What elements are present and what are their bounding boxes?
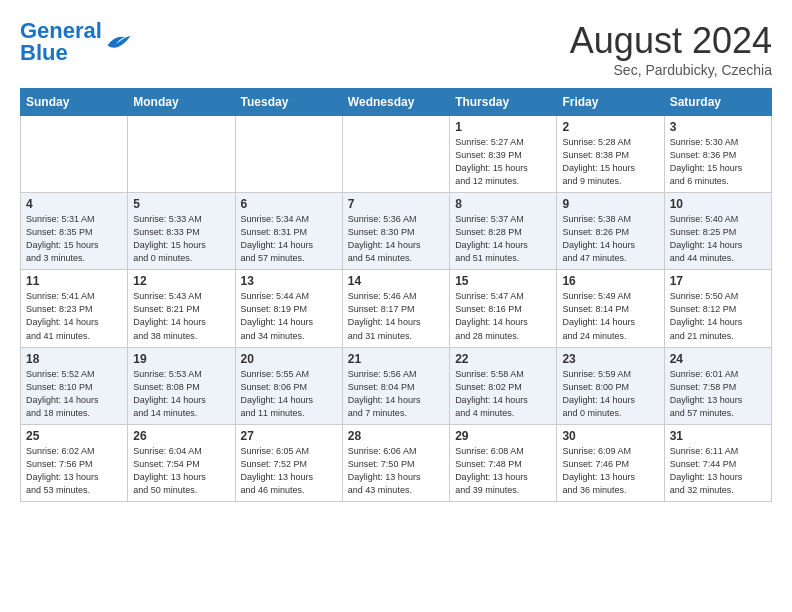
title-block: August 2024 Sec, Pardubicky, Czechia xyxy=(570,20,772,78)
day-number: 31 xyxy=(670,429,766,443)
day-info: Sunrise: 6:05 AM Sunset: 7:52 PM Dayligh… xyxy=(241,445,337,497)
calendar-week-row: 4Sunrise: 5:31 AM Sunset: 8:35 PM Daylig… xyxy=(21,193,772,270)
table-row: 19Sunrise: 5:53 AM Sunset: 8:08 PM Dayli… xyxy=(128,347,235,424)
day-info: Sunrise: 6:08 AM Sunset: 7:48 PM Dayligh… xyxy=(455,445,551,497)
day-info: Sunrise: 5:55 AM Sunset: 8:06 PM Dayligh… xyxy=(241,368,337,420)
table-row: 4Sunrise: 5:31 AM Sunset: 8:35 PM Daylig… xyxy=(21,193,128,270)
day-number: 1 xyxy=(455,120,551,134)
day-info: Sunrise: 5:43 AM Sunset: 8:21 PM Dayligh… xyxy=(133,290,229,342)
calendar-week-row: 11Sunrise: 5:41 AM Sunset: 8:23 PM Dayli… xyxy=(21,270,772,347)
day-number: 19 xyxy=(133,352,229,366)
table-row: 12Sunrise: 5:43 AM Sunset: 8:21 PM Dayli… xyxy=(128,270,235,347)
table-row: 21Sunrise: 5:56 AM Sunset: 8:04 PM Dayli… xyxy=(342,347,449,424)
day-number: 30 xyxy=(562,429,658,443)
col-sunday: Sunday xyxy=(21,89,128,116)
day-number: 15 xyxy=(455,274,551,288)
day-info: Sunrise: 6:01 AM Sunset: 7:58 PM Dayligh… xyxy=(670,368,766,420)
calendar-table: Sunday Monday Tuesday Wednesday Thursday… xyxy=(20,88,772,502)
table-row: 26Sunrise: 6:04 AM Sunset: 7:54 PM Dayli… xyxy=(128,424,235,501)
day-number: 14 xyxy=(348,274,444,288)
table-row: 17Sunrise: 5:50 AM Sunset: 8:12 PM Dayli… xyxy=(664,270,771,347)
day-number: 6 xyxy=(241,197,337,211)
day-info: Sunrise: 5:47 AM Sunset: 8:16 PM Dayligh… xyxy=(455,290,551,342)
calendar-week-row: 18Sunrise: 5:52 AM Sunset: 8:10 PM Dayli… xyxy=(21,347,772,424)
table-row: 1Sunrise: 5:27 AM Sunset: 8:39 PM Daylig… xyxy=(450,116,557,193)
day-number: 23 xyxy=(562,352,658,366)
day-info: Sunrise: 6:04 AM Sunset: 7:54 PM Dayligh… xyxy=(133,445,229,497)
day-info: Sunrise: 6:06 AM Sunset: 7:50 PM Dayligh… xyxy=(348,445,444,497)
day-info: Sunrise: 5:56 AM Sunset: 8:04 PM Dayligh… xyxy=(348,368,444,420)
day-info: Sunrise: 5:49 AM Sunset: 8:14 PM Dayligh… xyxy=(562,290,658,342)
table-row: 10Sunrise: 5:40 AM Sunset: 8:25 PM Dayli… xyxy=(664,193,771,270)
day-info: Sunrise: 6:02 AM Sunset: 7:56 PM Dayligh… xyxy=(26,445,122,497)
day-number: 26 xyxy=(133,429,229,443)
day-number: 20 xyxy=(241,352,337,366)
table-row xyxy=(342,116,449,193)
table-row: 14Sunrise: 5:46 AM Sunset: 8:17 PM Dayli… xyxy=(342,270,449,347)
day-info: Sunrise: 5:52 AM Sunset: 8:10 PM Dayligh… xyxy=(26,368,122,420)
table-row: 30Sunrise: 6:09 AM Sunset: 7:46 PM Dayli… xyxy=(557,424,664,501)
table-row: 20Sunrise: 5:55 AM Sunset: 8:06 PM Dayli… xyxy=(235,347,342,424)
table-row: 23Sunrise: 5:59 AM Sunset: 8:00 PM Dayli… xyxy=(557,347,664,424)
calendar-week-row: 25Sunrise: 6:02 AM Sunset: 7:56 PM Dayli… xyxy=(21,424,772,501)
col-monday: Monday xyxy=(128,89,235,116)
day-info: Sunrise: 5:28 AM Sunset: 8:38 PM Dayligh… xyxy=(562,136,658,188)
day-info: Sunrise: 5:30 AM Sunset: 8:36 PM Dayligh… xyxy=(670,136,766,188)
day-info: Sunrise: 5:58 AM Sunset: 8:02 PM Dayligh… xyxy=(455,368,551,420)
day-info: Sunrise: 6:11 AM Sunset: 7:44 PM Dayligh… xyxy=(670,445,766,497)
calendar-header-row: Sunday Monday Tuesday Wednesday Thursday… xyxy=(21,89,772,116)
day-number: 5 xyxy=(133,197,229,211)
day-number: 8 xyxy=(455,197,551,211)
table-row: 28Sunrise: 6:06 AM Sunset: 7:50 PM Dayli… xyxy=(342,424,449,501)
day-number: 3 xyxy=(670,120,766,134)
day-number: 17 xyxy=(670,274,766,288)
table-row: 11Sunrise: 5:41 AM Sunset: 8:23 PM Dayli… xyxy=(21,270,128,347)
table-row xyxy=(128,116,235,193)
table-row: 3Sunrise: 5:30 AM Sunset: 8:36 PM Daylig… xyxy=(664,116,771,193)
table-row xyxy=(235,116,342,193)
day-info: Sunrise: 5:53 AM Sunset: 8:08 PM Dayligh… xyxy=(133,368,229,420)
day-info: Sunrise: 5:34 AM Sunset: 8:31 PM Dayligh… xyxy=(241,213,337,265)
table-row: 24Sunrise: 6:01 AM Sunset: 7:58 PM Dayli… xyxy=(664,347,771,424)
day-info: Sunrise: 5:40 AM Sunset: 8:25 PM Dayligh… xyxy=(670,213,766,265)
page-subtitle: Sec, Pardubicky, Czechia xyxy=(570,62,772,78)
table-row: 31Sunrise: 6:11 AM Sunset: 7:44 PM Dayli… xyxy=(664,424,771,501)
day-number: 4 xyxy=(26,197,122,211)
col-friday: Friday xyxy=(557,89,664,116)
day-number: 24 xyxy=(670,352,766,366)
day-info: Sunrise: 5:41 AM Sunset: 8:23 PM Dayligh… xyxy=(26,290,122,342)
day-info: Sunrise: 5:36 AM Sunset: 8:30 PM Dayligh… xyxy=(348,213,444,265)
day-info: Sunrise: 5:31 AM Sunset: 8:35 PM Dayligh… xyxy=(26,213,122,265)
col-wednesday: Wednesday xyxy=(342,89,449,116)
day-info: Sunrise: 5:44 AM Sunset: 8:19 PM Dayligh… xyxy=(241,290,337,342)
logo: General Blue xyxy=(20,20,132,64)
day-number: 28 xyxy=(348,429,444,443)
day-number: 7 xyxy=(348,197,444,211)
table-row: 6Sunrise: 5:34 AM Sunset: 8:31 PM Daylig… xyxy=(235,193,342,270)
day-info: Sunrise: 5:59 AM Sunset: 8:00 PM Dayligh… xyxy=(562,368,658,420)
day-number: 10 xyxy=(670,197,766,211)
logo-bird-icon xyxy=(104,31,132,53)
day-number: 12 xyxy=(133,274,229,288)
table-row: 18Sunrise: 5:52 AM Sunset: 8:10 PM Dayli… xyxy=(21,347,128,424)
day-number: 2 xyxy=(562,120,658,134)
day-info: Sunrise: 5:37 AM Sunset: 8:28 PM Dayligh… xyxy=(455,213,551,265)
col-saturday: Saturday xyxy=(664,89,771,116)
table-row: 27Sunrise: 6:05 AM Sunset: 7:52 PM Dayli… xyxy=(235,424,342,501)
day-number: 18 xyxy=(26,352,122,366)
day-number: 9 xyxy=(562,197,658,211)
day-number: 13 xyxy=(241,274,337,288)
table-row: 29Sunrise: 6:08 AM Sunset: 7:48 PM Dayli… xyxy=(450,424,557,501)
day-number: 21 xyxy=(348,352,444,366)
table-row: 13Sunrise: 5:44 AM Sunset: 8:19 PM Dayli… xyxy=(235,270,342,347)
day-number: 16 xyxy=(562,274,658,288)
table-row: 5Sunrise: 5:33 AM Sunset: 8:33 PM Daylig… xyxy=(128,193,235,270)
header: General Blue August 2024 Sec, Pardubicky… xyxy=(20,20,772,78)
table-row: 9Sunrise: 5:38 AM Sunset: 8:26 PM Daylig… xyxy=(557,193,664,270)
table-row: 2Sunrise: 5:28 AM Sunset: 8:38 PM Daylig… xyxy=(557,116,664,193)
page-title: August 2024 xyxy=(570,20,772,62)
day-info: Sunrise: 5:46 AM Sunset: 8:17 PM Dayligh… xyxy=(348,290,444,342)
day-number: 29 xyxy=(455,429,551,443)
table-row: 8Sunrise: 5:37 AM Sunset: 8:28 PM Daylig… xyxy=(450,193,557,270)
day-number: 11 xyxy=(26,274,122,288)
